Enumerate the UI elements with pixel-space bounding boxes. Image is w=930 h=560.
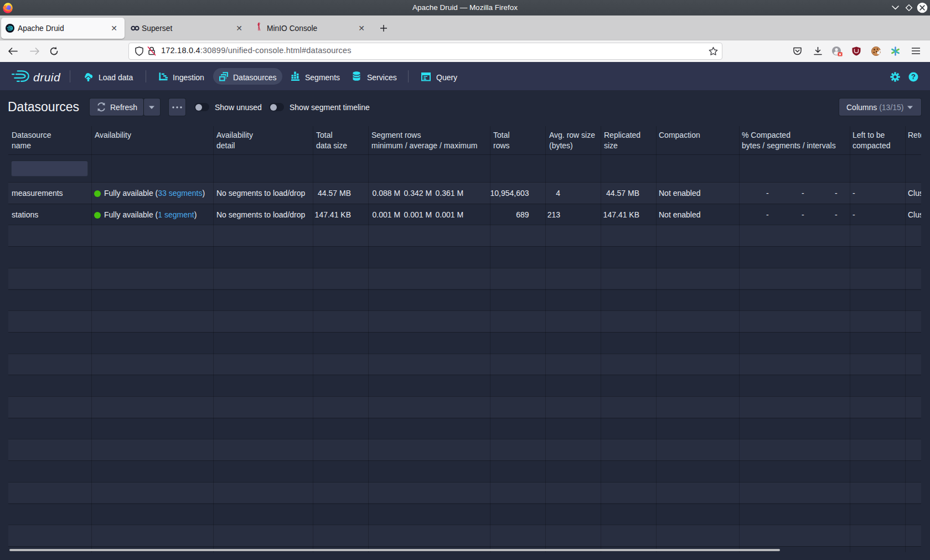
svg-text:?: ? bbox=[911, 72, 916, 81]
